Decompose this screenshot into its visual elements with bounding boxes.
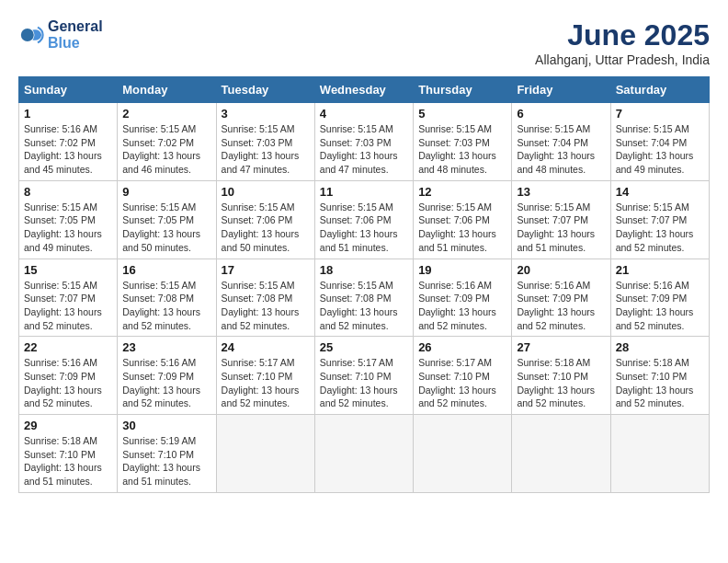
day-number: 26 xyxy=(418,340,506,354)
calendar-day xyxy=(216,415,314,493)
calendar-day: 28Sunrise: 5:18 AMSunset: 7:10 PMDayligh… xyxy=(610,337,709,415)
day-number: 13 xyxy=(517,185,605,199)
day-number: 14 xyxy=(616,185,704,199)
day-number: 16 xyxy=(122,263,210,277)
calendar-day: 19Sunrise: 5:16 AMSunset: 7:09 PMDayligh… xyxy=(414,259,512,337)
calendar-day: 9Sunrise: 5:15 AMSunset: 7:05 PMDaylight… xyxy=(118,180,216,259)
calendar-day: 16Sunrise: 5:15 AMSunset: 7:08 PMDayligh… xyxy=(118,259,216,337)
day-info: Sunrise: 5:15 AMSunset: 7:08 PMDaylight:… xyxy=(122,279,210,333)
day-info: Sunrise: 5:17 AMSunset: 7:10 PMDaylight:… xyxy=(418,356,506,410)
calendar-day: 27Sunrise: 5:18 AMSunset: 7:10 PMDayligh… xyxy=(512,337,610,415)
day-info: Sunrise: 5:15 AMSunset: 7:06 PMDaylight:… xyxy=(418,201,506,255)
day-info: Sunrise: 5:15 AMSunset: 7:04 PMDaylight:… xyxy=(616,122,704,177)
day-number: 12 xyxy=(418,185,506,199)
day-info: Sunrise: 5:16 AMSunset: 7:09 PMDaylight:… xyxy=(122,356,210,410)
calendar-day: 22Sunrise: 5:16 AMSunset: 7:09 PMDayligh… xyxy=(19,337,118,415)
day-info: Sunrise: 5:15 AMSunset: 7:03 PMDaylight:… xyxy=(320,122,408,177)
calendar-week-row: 1Sunrise: 5:16 AMSunset: 7:02 PMDaylight… xyxy=(19,103,710,181)
calendar-header-row: SundayMondayTuesdayWednesdayThursdayFrid… xyxy=(19,77,710,103)
day-info: Sunrise: 5:15 AMSunset: 7:06 PMDaylight:… xyxy=(320,201,408,255)
calendar-day: 14Sunrise: 5:15 AMSunset: 7:07 PMDayligh… xyxy=(610,180,709,259)
calendar-day: 17Sunrise: 5:15 AMSunset: 7:08 PMDayligh… xyxy=(216,259,314,337)
day-info: Sunrise: 5:16 AMSunset: 7:02 PMDaylight:… xyxy=(24,122,112,177)
calendar-day: 3Sunrise: 5:15 AMSunset: 7:03 PMDaylight… xyxy=(216,103,314,181)
header-cell-thursday: Thursday xyxy=(414,77,512,103)
calendar-week-row: 8Sunrise: 5:15 AMSunset: 7:05 PMDaylight… xyxy=(19,180,710,259)
logo: General Blue xyxy=(18,18,103,52)
calendar-day: 23Sunrise: 5:16 AMSunset: 7:09 PMDayligh… xyxy=(118,337,216,415)
calendar-day: 29Sunrise: 5:18 AMSunset: 7:10 PMDayligh… xyxy=(19,415,118,493)
day-number: 30 xyxy=(122,419,210,432)
day-number: 3 xyxy=(222,107,310,121)
calendar-day: 1Sunrise: 5:16 AMSunset: 7:02 PMDaylight… xyxy=(19,103,118,181)
calendar-day: 8Sunrise: 5:15 AMSunset: 7:05 PMDaylight… xyxy=(19,180,118,259)
day-info: Sunrise: 5:15 AMSunset: 7:08 PMDaylight:… xyxy=(320,279,408,333)
day-number: 29 xyxy=(24,419,112,432)
day-info: Sunrise: 5:15 AMSunset: 7:02 PMDaylight:… xyxy=(122,122,210,177)
day-info: Sunrise: 5:15 AMSunset: 7:03 PMDaylight:… xyxy=(222,122,310,177)
day-info: Sunrise: 5:16 AMSunset: 7:09 PMDaylight:… xyxy=(517,279,605,333)
calendar-day: 20Sunrise: 5:16 AMSunset: 7:09 PMDayligh… xyxy=(512,259,610,337)
day-info: Sunrise: 5:18 AMSunset: 7:10 PMDaylight:… xyxy=(517,356,605,410)
day-number: 20 xyxy=(517,263,605,277)
day-info: Sunrise: 5:15 AMSunset: 7:06 PMDaylight:… xyxy=(222,201,310,255)
day-number: 28 xyxy=(616,340,704,354)
day-info: Sunrise: 5:15 AMSunset: 7:08 PMDaylight:… xyxy=(222,279,310,333)
day-number: 25 xyxy=(320,340,408,354)
header-cell-friday: Friday xyxy=(512,77,610,103)
logo-icon xyxy=(18,22,44,48)
calendar-day: 21Sunrise: 5:16 AMSunset: 7:09 PMDayligh… xyxy=(610,259,709,337)
logo-text: General Blue xyxy=(48,18,103,52)
day-info: Sunrise: 5:16 AMSunset: 7:09 PMDaylight:… xyxy=(616,279,704,333)
day-info: Sunrise: 5:15 AMSunset: 7:05 PMDaylight:… xyxy=(24,201,112,255)
day-info: Sunrise: 5:15 AMSunset: 7:07 PMDaylight:… xyxy=(517,201,605,255)
header-cell-monday: Monday xyxy=(118,77,216,103)
calendar-day xyxy=(314,415,413,493)
calendar-day: 26Sunrise: 5:17 AMSunset: 7:10 PMDayligh… xyxy=(414,337,512,415)
day-info: Sunrise: 5:15 AMSunset: 7:07 PMDaylight:… xyxy=(616,201,704,255)
day-number: 4 xyxy=(320,107,408,121)
day-number: 2 xyxy=(122,107,210,121)
day-number: 23 xyxy=(122,340,210,354)
day-info: Sunrise: 5:17 AMSunset: 7:10 PMDaylight:… xyxy=(320,356,408,410)
calendar-day: 6Sunrise: 5:15 AMSunset: 7:04 PMDaylight… xyxy=(512,103,610,181)
day-number: 6 xyxy=(517,107,605,121)
calendar-week-row: 22Sunrise: 5:16 AMSunset: 7:09 PMDayligh… xyxy=(19,337,710,415)
day-number: 8 xyxy=(24,185,112,199)
calendar-day: 4Sunrise: 5:15 AMSunset: 7:03 PMDaylight… xyxy=(314,103,413,181)
day-info: Sunrise: 5:15 AMSunset: 7:04 PMDaylight:… xyxy=(517,122,605,177)
calendar-day: 2Sunrise: 5:15 AMSunset: 7:02 PMDaylight… xyxy=(118,103,216,181)
calendar-day: 11Sunrise: 5:15 AMSunset: 7:06 PMDayligh… xyxy=(314,180,413,259)
day-number: 1 xyxy=(24,107,112,121)
day-info: Sunrise: 5:19 AMSunset: 7:10 PMDaylight:… xyxy=(122,434,210,488)
calendar-day: 25Sunrise: 5:17 AMSunset: 7:10 PMDayligh… xyxy=(314,337,413,415)
svg-point-0 xyxy=(21,29,34,41)
calendar-day xyxy=(610,415,709,493)
page-header: General Blue June 2025 Allahganj, Uttar … xyxy=(18,18,710,67)
day-number: 18 xyxy=(320,263,408,277)
calendar-day: 24Sunrise: 5:17 AMSunset: 7:10 PMDayligh… xyxy=(216,337,314,415)
day-number: 15 xyxy=(24,263,112,277)
calendar-week-row: 15Sunrise: 5:15 AMSunset: 7:07 PMDayligh… xyxy=(19,259,710,337)
day-number: 11 xyxy=(320,185,408,199)
day-info: Sunrise: 5:15 AMSunset: 7:07 PMDaylight:… xyxy=(24,279,112,333)
header-cell-wednesday: Wednesday xyxy=(314,77,413,103)
calendar-day: 7Sunrise: 5:15 AMSunset: 7:04 PMDaylight… xyxy=(610,103,709,181)
day-info: Sunrise: 5:16 AMSunset: 7:09 PMDaylight:… xyxy=(418,279,506,333)
header-cell-sunday: Sunday xyxy=(19,77,118,103)
day-info: Sunrise: 5:18 AMSunset: 7:10 PMDaylight:… xyxy=(616,356,704,410)
day-number: 7 xyxy=(616,107,704,121)
calendar-day: 30Sunrise: 5:19 AMSunset: 7:10 PMDayligh… xyxy=(118,415,216,493)
calendar-day: 5Sunrise: 5:15 AMSunset: 7:03 PMDaylight… xyxy=(414,103,512,181)
day-number: 22 xyxy=(24,340,112,354)
day-number: 9 xyxy=(122,185,210,199)
calendar-day xyxy=(512,415,610,493)
calendar-day xyxy=(414,415,512,493)
calendar-day: 10Sunrise: 5:15 AMSunset: 7:06 PMDayligh… xyxy=(216,180,314,259)
day-number: 10 xyxy=(222,185,310,199)
calendar-day: 12Sunrise: 5:15 AMSunset: 7:06 PMDayligh… xyxy=(414,180,512,259)
calendar-day: 15Sunrise: 5:15 AMSunset: 7:07 PMDayligh… xyxy=(19,259,118,337)
day-number: 19 xyxy=(418,263,506,277)
calendar-week-row: 29Sunrise: 5:18 AMSunset: 7:10 PMDayligh… xyxy=(19,415,710,493)
header-cell-saturday: Saturday xyxy=(610,77,709,103)
